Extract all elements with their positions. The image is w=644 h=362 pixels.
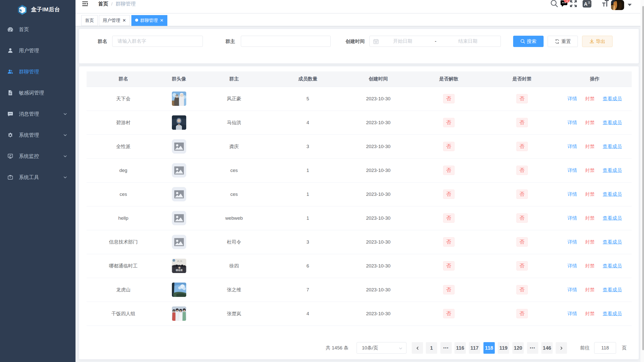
svg-text:ж: ж	[173, 260, 174, 261]
svg-text:1: 1	[566, 0, 568, 3]
svg-text:文: 文	[588, 1, 591, 4]
svg-text:哪都通: 哪都通	[176, 269, 183, 272]
svg-text:(0_0): (0_0)	[177, 260, 182, 262]
svg-text:A: A	[584, 1, 587, 7]
